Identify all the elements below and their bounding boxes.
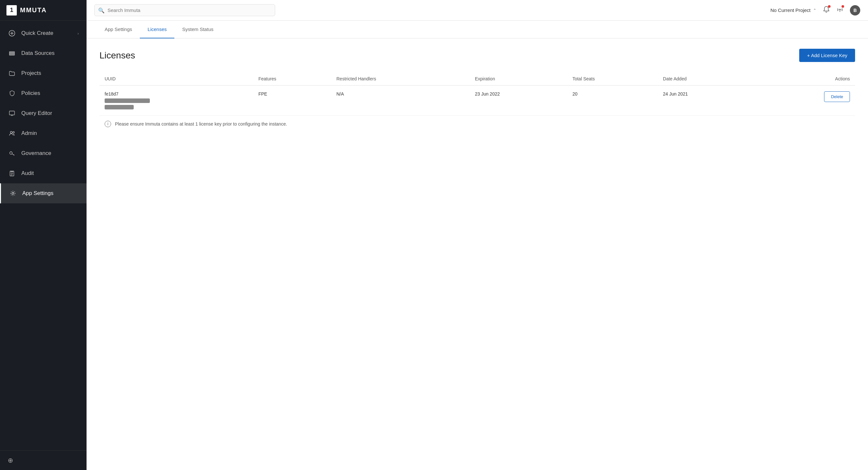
- project-label: No Current Project: [771, 7, 810, 13]
- svg-rect-4: [9, 53, 14, 54]
- sidebar-item-policies[interactable]: Policies: [0, 83, 87, 103]
- sidebar-item-admin[interactable]: Admin: [0, 123, 87, 143]
- col-uuid: UUID: [99, 72, 253, 86]
- sidebar-item-label-admin: Admin: [21, 130, 79, 136]
- chevron-right-icon: ›: [78, 31, 79, 36]
- users-icon: [8, 129, 16, 137]
- license-table: UUID Features Restricted Handlers Expira…: [99, 72, 855, 116]
- page-content: Licenses + Add License Key UUID Features…: [87, 38, 868, 143]
- sidebar-navigation: Quick Create › Data Sources Projects: [0, 21, 87, 450]
- cell-uuid: fe18d7: [99, 86, 253, 116]
- plus-circle-icon: [8, 29, 16, 37]
- cell-actions: Delete: [755, 86, 855, 116]
- sidebar: 1 MMUTA Quick Create ›: [0, 0, 87, 470]
- clipboard-icon: [8, 169, 16, 178]
- svg-point-16: [12, 192, 14, 194]
- col-total-seats: Total Seats: [567, 72, 658, 86]
- sidebar-item-audit[interactable]: Audit: [0, 163, 87, 183]
- info-notice: i Please ensure Immuta contains at least…: [99, 116, 855, 132]
- table-row: fe18d7 FPE N/A 23 Jun 2022 20 24 Jun 202…: [99, 86, 855, 116]
- content-area: App Settings Licenses System Status Lice…: [87, 21, 868, 470]
- svg-point-9: [10, 131, 12, 133]
- uuid-redacted-line-2: [104, 105, 134, 109]
- info-icon: i: [104, 121, 111, 127]
- page-title: Licenses: [99, 50, 135, 61]
- sidebar-item-label-governance: Governance: [21, 150, 79, 157]
- avatar[interactable]: B: [850, 5, 860, 15]
- search-input[interactable]: [94, 4, 275, 16]
- cell-features: FPE: [253, 86, 331, 116]
- uuid-prefix: fe18d7: [104, 91, 248, 96]
- notification-badge: [828, 5, 831, 8]
- broadcast-badge: [841, 5, 844, 8]
- page-header: Licenses + Add License Key: [99, 49, 855, 62]
- col-expiration: Expiration: [470, 72, 567, 86]
- tab-licenses[interactable]: Licenses: [140, 21, 175, 38]
- logo-box: 1: [6, 5, 17, 15]
- gear-icon: [9, 189, 17, 197]
- notifications-icon[interactable]: [823, 6, 830, 14]
- col-actions: Actions: [755, 72, 855, 86]
- sidebar-footer: ⊕: [0, 450, 87, 470]
- topbar-right: No Current Project ⌃ B: [771, 5, 860, 15]
- sidebar-item-label-projects: Projects: [21, 70, 79, 76]
- col-restricted-handlers: Restricted Handlers: [331, 72, 470, 86]
- uuid-cell: fe18d7: [104, 91, 248, 109]
- sidebar-item-label-policies: Policies: [21, 90, 79, 96]
- sidebar-item-label-data-sources: Data Sources: [21, 50, 79, 57]
- shield-icon: [8, 89, 16, 97]
- folder-icon: [8, 69, 16, 77]
- sidebar-footer-icon[interactable]: ⊕: [8, 457, 13, 464]
- tab-system-status[interactable]: System Status: [175, 21, 221, 38]
- project-selector[interactable]: No Current Project ⌃: [771, 7, 816, 13]
- add-license-key-button[interactable]: + Add License Key: [799, 49, 855, 62]
- sidebar-item-projects[interactable]: Projects: [0, 63, 87, 83]
- cell-total-seats: 20: [567, 86, 658, 116]
- logo-number: 1: [10, 7, 13, 13]
- uuid-redacted-line-1: [104, 98, 150, 103]
- search-box: 🔍: [94, 4, 275, 16]
- info-notice-text: Please ensure Immuta contains at least 1…: [115, 121, 287, 127]
- sidebar-item-label-app-settings: App Settings: [22, 190, 79, 196]
- sidebar-item-app-settings[interactable]: App Settings: [0, 183, 87, 203]
- cell-restricted-handlers: N/A: [331, 86, 470, 116]
- tab-app-settings[interactable]: App Settings: [97, 21, 140, 38]
- logo-text: MMUTA: [20, 6, 47, 14]
- cell-expiration: 23 Jun 2022: [470, 86, 567, 116]
- layers-icon: [8, 49, 16, 58]
- svg-point-11: [10, 152, 12, 154]
- delete-button[interactable]: Delete: [824, 91, 850, 102]
- sidebar-logo: 1 MMUTA: [0, 0, 87, 21]
- sidebar-item-label-query-editor: Query Editor: [21, 110, 79, 117]
- sidebar-item-quick-create[interactable]: Quick Create ›: [0, 23, 87, 43]
- col-date-added: Date Added: [658, 72, 755, 86]
- search-icon: 🔍: [98, 7, 104, 13]
- broadcast-icon[interactable]: [836, 6, 843, 14]
- tabs: App Settings Licenses System Status: [87, 21, 868, 38]
- cell-date-added: 24 Jun 2021: [658, 86, 755, 116]
- col-features: Features: [253, 72, 331, 86]
- monitor-icon: [8, 109, 16, 118]
- svg-rect-3: [9, 52, 14, 53]
- svg-rect-5: [9, 54, 14, 55]
- sidebar-item-label-quick-create: Quick Create: [21, 30, 78, 36]
- sidebar-item-data-sources[interactable]: Data Sources: [0, 43, 87, 63]
- svg-rect-6: [9, 111, 14, 115]
- sidebar-item-label-audit: Audit: [21, 170, 79, 177]
- svg-point-10: [13, 132, 14, 133]
- chevron-down-icon: ⌃: [813, 8, 816, 12]
- main-content: 🔍 No Current Project ⌃: [87, 0, 868, 470]
- sidebar-item-governance[interactable]: Governance: [0, 143, 87, 163]
- table-header-row: UUID Features Restricted Handlers Expira…: [99, 72, 855, 86]
- topbar: 🔍 No Current Project ⌃: [87, 0, 868, 21]
- key-icon: [8, 149, 16, 158]
- sidebar-item-query-editor[interactable]: Query Editor: [0, 103, 87, 123]
